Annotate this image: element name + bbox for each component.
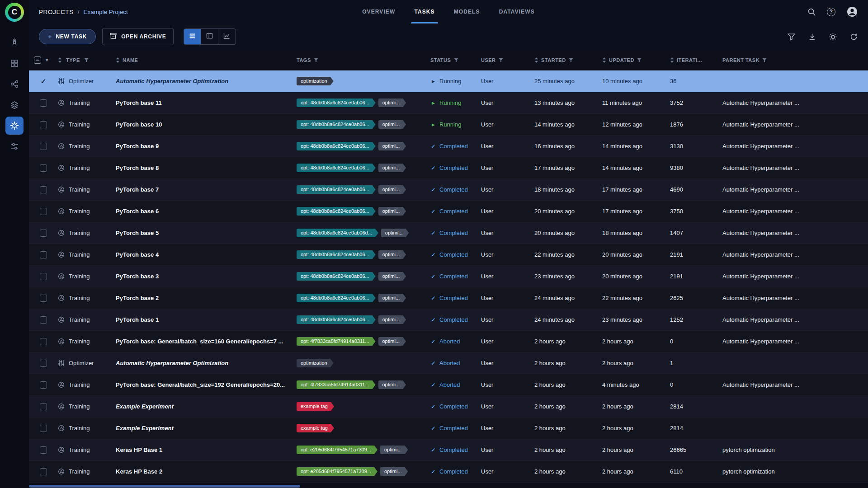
cell-name: PyTorch base: General/batch_size=192 Gen… (116, 381, 297, 388)
sort-icon[interactable] (670, 57, 674, 63)
select-all-caret-icon[interactable]: ▾ (46, 57, 48, 63)
filter-icon[interactable] (569, 58, 573, 62)
tab-tasks[interactable]: TASKS (405, 0, 444, 23)
row-checkbox[interactable] (40, 121, 47, 128)
sort-icon[interactable] (116, 57, 120, 63)
row-checkbox[interactable] (40, 186, 47, 193)
row-checkbox[interactable] (40, 381, 47, 389)
table-view-button[interactable] (184, 29, 201, 44)
row-checkbox[interactable] (40, 230, 47, 237)
table-row[interactable]: TrainingPyTorch base 3opt: 48db0b8a6c824… (29, 266, 868, 287)
row-checkbox[interactable] (40, 468, 47, 475)
row-checkbox[interactable] (40, 425, 47, 432)
table-row[interactable]: ✓OptimizerAutomatic Hyperparameter Optim… (29, 70, 868, 92)
column-header-iterations[interactable]: ITERATI... (670, 57, 722, 63)
table-row[interactable]: TrainingPyTorch base 8opt: 48db0b8a6c824… (29, 157, 868, 179)
table-row[interactable]: TrainingKeras HP Base 2opt: e205d684f795… (29, 461, 868, 483)
cell-iterations: 4690 (670, 186, 722, 193)
row-checkbox[interactable] (40, 143, 47, 150)
clear-filters-icon[interactable] (787, 33, 796, 41)
cell-user: User (481, 78, 534, 84)
check-icon: ✓ (430, 143, 436, 150)
cell-tags: opt: 4f7833ca5fd74914a0311...optimi... (297, 380, 430, 389)
row-checkbox[interactable] (40, 99, 47, 107)
table-row[interactable]: TrainingPyTorch base 1opt: 48db0b8a6c824… (29, 309, 868, 331)
filter-icon[interactable] (499, 58, 503, 62)
table-row[interactable]: TrainingPyTorch base: General/batch_size… (29, 374, 868, 396)
sidebar-item-workers[interactable] (5, 137, 24, 155)
select-all-checkbox[interactable] (34, 56, 41, 64)
auto-refresh-icon[interactable] (849, 33, 858, 41)
tag: optimi... (378, 185, 406, 194)
filter-icon[interactable] (454, 58, 458, 62)
tab-models[interactable]: MODELS (444, 0, 490, 23)
settings-gear-icon[interactable] (829, 33, 837, 41)
breadcrumb-projects-link[interactable]: PROJECTS (39, 9, 74, 15)
row-checkbox[interactable] (40, 403, 47, 410)
search-icon[interactable] (807, 8, 816, 16)
table-row[interactable]: TrainingExample Experimentexample tag✓Co… (29, 396, 868, 418)
breadcrumb-current-project[interactable]: Example Project (84, 9, 128, 15)
column-header-updated[interactable]: UPDATED (602, 57, 670, 63)
sidebar-item-pipelines[interactable] (5, 75, 24, 93)
column-header-status[interactable]: STATUS (430, 57, 481, 63)
download-icon[interactable] (808, 33, 816, 41)
compare-view-button[interactable] (218, 29, 236, 44)
column-header-parent[interactable]: PARENT TASK (722, 57, 868, 63)
horizontal-scrollbar-thumb[interactable] (29, 485, 300, 488)
open-archive-button[interactable]: OPEN ARCHIVE (102, 28, 173, 45)
filter-icon[interactable] (762, 58, 767, 62)
filter-icon[interactable] (84, 58, 89, 62)
row-checkbox[interactable] (40, 338, 47, 345)
sort-icon[interactable] (602, 57, 606, 63)
sidebar-item-dashboard[interactable] (5, 33, 24, 52)
table-row[interactable]: TrainingPyTorch base: General/batch_size… (29, 331, 868, 352)
help-icon[interactable]: ? (827, 8, 835, 16)
row-checkbox[interactable] (40, 251, 47, 258)
sidebar-item-reports[interactable] (5, 96, 24, 114)
row-checkbox[interactable] (40, 295, 47, 302)
select-all-header[interactable]: ▾ (29, 56, 58, 64)
filter-icon[interactable] (314, 58, 318, 62)
sidebar-item-projects[interactable] (5, 117, 24, 135)
clearml-logo[interactable]: C (5, 3, 24, 22)
row-checkbox[interactable] (40, 208, 47, 215)
detail-view-button[interactable] (201, 29, 218, 44)
table-row[interactable]: TrainingPyTorch base 5opt: 48db0b8a6c824… (29, 222, 868, 244)
tab-overview[interactable]: OVERVIEW (353, 0, 405, 23)
avatar[interactable] (846, 6, 858, 18)
table-row[interactable]: TrainingPyTorch base 7opt: 48db0b8a6c824… (29, 179, 868, 201)
sort-icon[interactable] (58, 57, 62, 63)
table-row[interactable]: TrainingPyTorch base 4opt: 48db0b8a6c824… (29, 244, 868, 266)
column-header-name[interactable]: NAME (116, 57, 297, 63)
row-checkbox[interactable] (40, 316, 47, 324)
cell-tags: opt: 48db0b8a6c824ce0ab06...optimi... (297, 250, 430, 259)
table-row[interactable]: TrainingKeras HP Base 1opt: e205d684f795… (29, 439, 868, 461)
new-task-button[interactable]: + NEW TASK (39, 29, 96, 44)
table-row[interactable]: TrainingPyTorch base 9opt: 48db0b8a6c824… (29, 136, 868, 157)
cell-status: ▶Running (430, 121, 481, 128)
cell-started: 20 minutes ago (534, 208, 602, 215)
tag: optimi... (381, 229, 409, 237)
horizontal-scrollbar[interactable] (29, 484, 868, 488)
cell-started: 14 minutes ago (534, 121, 602, 128)
table-row[interactable]: TrainingPyTorch base 6opt: 48db0b8a6c824… (29, 201, 868, 222)
column-header-started[interactable]: STARTED (534, 57, 602, 63)
column-header-user[interactable]: USER (481, 57, 534, 63)
column-header-type[interactable]: TYPE (58, 57, 116, 63)
row-selected-check-icon[interactable]: ✓ (41, 77, 47, 85)
row-checkbox[interactable] (40, 164, 47, 172)
sidebar-item-datasets[interactable] (5, 54, 24, 72)
row-checkbox[interactable] (40, 446, 47, 454)
tab-dataviews[interactable]: DATAVIEWS (490, 0, 544, 23)
table-row[interactable]: TrainingExample Experimentexample tag✓Co… (29, 418, 868, 439)
table-row[interactable]: TrainingPyTorch base 10opt: 48db0b8a6c82… (29, 114, 868, 136)
table-row[interactable]: TrainingPyTorch base 11opt: 48db0b8a6c82… (29, 92, 868, 114)
table-row[interactable]: OptimizerAutomatic Hyperparameter Optimi… (29, 352, 868, 374)
row-checkbox[interactable] (40, 360, 47, 367)
table-row[interactable]: TrainingPyTorch base 2opt: 48db0b8a6c824… (29, 287, 868, 309)
row-checkbox[interactable] (40, 273, 47, 280)
column-header-tags[interactable]: TAGS (297, 57, 430, 63)
sort-icon[interactable] (534, 57, 538, 63)
filter-icon[interactable] (637, 58, 642, 62)
